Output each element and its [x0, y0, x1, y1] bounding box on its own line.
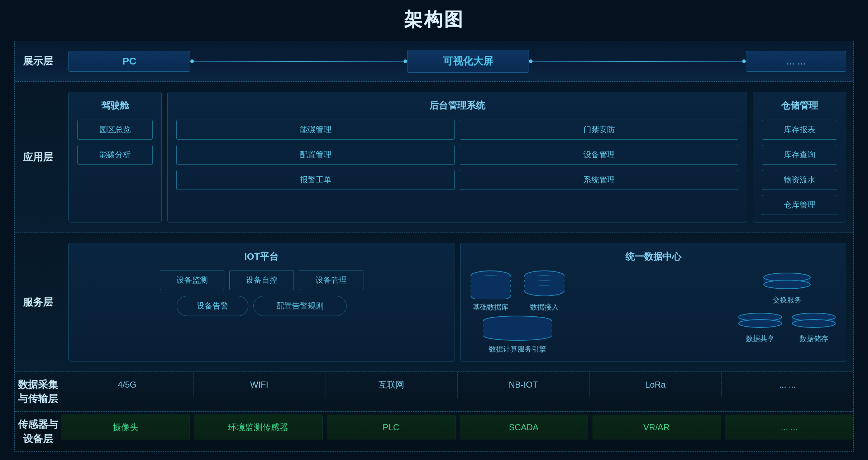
- datacollection-items: 4/5G WIFI 互联网 NB-IOT LoRa ... ...: [61, 372, 853, 398]
- warehouse-item-3: 仓库管理: [762, 195, 837, 215]
- sensor-item-2: PLC: [327, 415, 456, 440]
- warehouse-item-0: 库存报表: [762, 120, 837, 140]
- svg-rect-21: [483, 331, 552, 336]
- app-sections: 驾驶舱 园区总览 能碳分析 后台管理系统 能碳管理 门禁安防 配置管理 设备管理…: [68, 87, 846, 227]
- display-pc: PC: [68, 51, 190, 72]
- iot-box-2: 设备管理: [299, 270, 363, 290]
- dc-item-4: LoRa: [590, 373, 722, 397]
- svg-rect-12: [525, 281, 564, 286]
- cockpit-section: 驾驶舱 园区总览 能碳分析: [68, 92, 162, 222]
- display-layer-row: 展示层 PC 可视化大屏 ... ...: [15, 41, 853, 82]
- warehouse-item-2: 物资流水: [762, 170, 837, 190]
- datacenter-section: 统一数据中心: [460, 243, 846, 361]
- svg-rect-10: [525, 276, 564, 281]
- dc-item-2: 互联网: [325, 372, 458, 398]
- sensor-item-4: VR/AR: [592, 415, 721, 440]
- dc-item-3: NB-IOT: [458, 373, 590, 397]
- architecture-diagram: 展示层 PC 可视化大屏 ... ... 应用层 驾驶舱 园区总览 能碳分析: [14, 41, 854, 452]
- cockpit-item-0: 园区总览: [77, 120, 153, 140]
- cylinder-share-label: 数据共享: [746, 334, 774, 344]
- sensor-layer-label: 传感器与 设备层: [15, 412, 61, 451]
- cylinder-share: 数据共享: [737, 311, 783, 344]
- sensor-item-1: 环境监测传感器: [194, 415, 323, 440]
- warehouse-section: 仓储管理 库存报表 库存查询 物资流水 仓库管理: [753, 92, 846, 222]
- sensor-layer-row: 传感器与 设备层 摄像头 环境监测传感器 PLC SCADA VR/AR ...…: [15, 412, 853, 451]
- svg-point-30: [792, 320, 835, 327]
- backend-item-4: 报警工单: [176, 170, 455, 190]
- iot-title: IOT平台: [77, 250, 445, 263]
- cylinder-engine: 数据计算服务引擎: [482, 316, 553, 354]
- connector-2: [529, 61, 746, 62]
- cylinder-datainput: 数据接入: [523, 270, 566, 312]
- iot-box-3: 设备告警: [177, 296, 248, 316]
- connector-1: [190, 61, 407, 62]
- dc-item-0: 4/5G: [61, 373, 194, 397]
- datacenter-title: 统一数据中心: [469, 250, 837, 263]
- service-layer-label: 服务层: [15, 233, 61, 372]
- iot-section: IOT平台 设备监测 设备自控 设备管理 设备告警 配置告警规则: [68, 243, 454, 361]
- service-layer-row: 服务层 IOT平台 设备监测 设备自控 设备管理 设备告警 配置告警规则: [15, 233, 853, 372]
- backend-grid: 能碳管理 门禁安防 配置管理 设备管理 报警工单 系统管理: [176, 120, 738, 190]
- datacollection-layer-label: 数据采集 与传输层: [15, 372, 61, 411]
- service-layer-content: IOT平台 设备监测 设备自控 设备管理 设备告警 配置告警规则 统一数据中心: [61, 233, 853, 372]
- backend-item-0: 能碳管理: [176, 120, 455, 140]
- datacollection-layer-content: 4/5G WIFI 互联网 NB-IOT LoRa ... ...: [61, 372, 853, 411]
- display-more: ... ...: [746, 51, 846, 72]
- backend-item-5: 系统管理: [460, 170, 738, 190]
- application-layer-row: 应用层 驾驶舱 园区总览 能碳分析 后台管理系统 能碳管理 门禁安防 配置管理 …: [15, 82, 853, 233]
- iot-row1: 设备监测 设备自控 设备管理: [77, 270, 445, 290]
- backend-item-1: 门禁安防: [460, 120, 738, 140]
- display-visualization: 可视化大屏: [407, 50, 529, 73]
- iot-box-0: 设备监测: [160, 270, 224, 290]
- dc-item-1: WIFI: [194, 373, 326, 397]
- backend-item-2: 配置管理: [176, 145, 455, 165]
- engine-label: 数据计算服务引擎: [489, 344, 546, 354]
- backend-item-3: 设备管理: [460, 145, 738, 165]
- cylinder-storage-label: 数据储存: [800, 334, 828, 344]
- sensor-item-0: 摄像头: [61, 415, 190, 440]
- svg-point-24: [764, 280, 810, 289]
- service-sections: IOT平台 设备监测 设备自控 设备管理 设备告警 配置告警规则 统一数据中心: [68, 239, 846, 366]
- iot-box-4: 配置告警规则: [253, 296, 347, 316]
- application-layer-content: 驾驶舱 园区总览 能碳分析 后台管理系统 能碳管理 门禁安防 配置管理 设备管理…: [61, 82, 853, 233]
- cylinder-storage: 数据储存: [791, 311, 837, 344]
- cylinder-exchange-label: 交换服务: [773, 295, 801, 305]
- svg-rect-14: [525, 286, 564, 291]
- svg-point-27: [739, 320, 782, 327]
- warehouse-item-1: 库存查询: [762, 145, 837, 165]
- cockpit-item-1: 能碳分析: [77, 145, 153, 165]
- cylinder-database: 基础数据库: [469, 270, 512, 312]
- cylinder-exchange: 交换服务: [762, 270, 812, 305]
- application-layer-label: 应用层: [15, 82, 61, 233]
- svg-rect-7: [471, 286, 510, 296]
- svg-rect-17: [483, 321, 552, 326]
- sensor-item-5: ... ...: [725, 415, 854, 440]
- cylinder-datainput-label: 数据接入: [530, 302, 559, 312]
- backend-section: 后台管理系统 能碳管理 门禁安防 配置管理 设备管理 报警工单 系统管理: [167, 92, 747, 222]
- page-title: 架构图: [404, 7, 464, 32]
- display-layer-content: PC 可视化大屏 ... ...: [61, 41, 853, 81]
- cockpit-title: 驾驶舱: [77, 99, 153, 112]
- sensor-items: 摄像头 环境监测传感器 PLC SCADA VR/AR ... ...: [61, 412, 853, 443]
- sensor-item-3: SCADA: [460, 415, 588, 440]
- iot-box-1: 设备自控: [229, 270, 294, 290]
- dc-item-5: ... ...: [722, 373, 854, 397]
- iot-row2: 设备告警 配置告警规则: [77, 296, 445, 316]
- display-items: PC 可视化大屏 ... ...: [68, 47, 846, 76]
- cylinder-database-label: 基础数据库: [473, 302, 509, 312]
- svg-rect-19: [483, 326, 552, 331]
- sensor-layer-content: 摄像头 环境监测传感器 PLC SCADA VR/AR ... ...: [61, 412, 853, 451]
- datacollection-layer-row: 数据采集 与传输层 4/5G WIFI 互联网 NB-IOT LoRa ... …: [15, 372, 853, 412]
- backend-title: 后台管理系统: [176, 99, 738, 112]
- warehouse-title: 仓储管理: [762, 99, 837, 112]
- display-layer-label: 展示层: [15, 41, 61, 81]
